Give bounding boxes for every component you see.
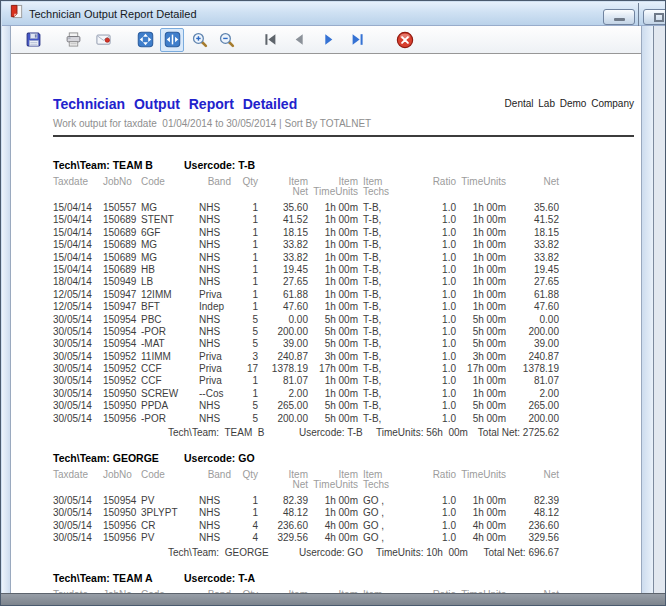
cell-code: STENT [141,214,199,226]
cell-net: 33.82 [506,252,559,264]
report-page: Technician Output Report Detailed Dental… [11,54,641,595]
cell-net: 265.00 [506,400,559,412]
section-heading: Tech\Team: TEAM BUsercode: T-B [53,159,634,172]
print-icon [65,31,82,48]
window-title: Technician Output Report Detailed [29,8,197,20]
cell-qty: 1 [231,301,258,313]
cell-item-timeunits: 1h 00m [308,388,358,400]
toolbar [11,26,641,54]
zoom-out-button[interactable] [214,28,238,52]
cell-net: 18.15 [506,227,559,239]
prev-page-button[interactable] [287,28,311,52]
cell-taxdate: 30/05/14 [53,375,103,387]
cell-taxdate: 15/04/14 [53,264,103,276]
cell-net: 236.60 [506,520,559,532]
column-header-timeunits: TimeUnits [456,470,506,490]
cell-qty: 3 [231,351,258,363]
cell-item-techs: T-B, [363,276,413,288]
cell-timeunits: 5h 00m [456,326,506,338]
cell-code: HB [141,264,199,276]
column-headers: TaxdateJobNoCodeBandQtyItemNetItemTimeUn… [53,470,559,490]
cell-item-techs: T-B, [363,351,413,363]
cell-band: NHS [199,507,231,519]
email-button[interactable] [91,28,115,52]
report-section: Tech\Team: TEAM AUsercode: T-ATaxdateJob… [53,572,634,595]
cell-band: Priva [199,375,231,387]
cell-band: NHS [199,400,231,412]
close-button[interactable] [393,28,417,52]
cell-band: Priva [199,351,231,363]
cell-qty: 4 [231,532,258,544]
save-button[interactable] [21,28,45,52]
cell-code: CCF [141,375,199,387]
cell-timeunits: 1h 00m [456,375,506,387]
column-header-jobno: JobNo [103,177,141,197]
cell-item-net: 265.00 [258,400,308,412]
cell-code: LB [141,276,199,288]
cell-jobno: 150954 [103,495,141,507]
cell-taxdate: 30/05/14 [53,314,103,326]
cell-item-timeunits: 1h 00m [308,495,358,507]
table-row: 30/05/141509503PLYPTNHS148.121h 00mGO ,1… [53,507,559,519]
summary-team: Tech\Team: TEAM B [168,427,265,439]
zoom-in-icon [191,31,208,48]
summary-total-net: Total Net: 696.67 [483,547,559,559]
cell-ratio: 1.0 [413,264,456,276]
window-frame-bottom [1,593,665,605]
zoom-in-button[interactable] [187,28,211,52]
maximize-button[interactable] [643,9,666,25]
cell-code: BFT [141,301,199,313]
cell-jobno: 150947 [103,289,141,301]
cell-qty: 1 [231,252,258,264]
prev-page-icon [291,31,308,48]
summary-total-net: Total Net: 2725.62 [478,427,559,439]
cell-band: Priva [199,363,231,375]
minimize-button[interactable] [603,9,635,25]
cell-taxdate: 30/05/14 [53,507,103,519]
cell-timeunits: 4h 00m [456,532,506,544]
cell-taxdate: 30/05/14 [53,388,103,400]
table-row: 30/05/14150956-PORNHS5200.005h 00mT-B,1.… [53,413,559,425]
last-page-button[interactable] [345,28,369,52]
summary-timeunits: TimeUnits: 56h 00m [376,427,468,439]
cell-net: 82.39 [506,495,559,507]
fit-page-button[interactable] [133,28,157,52]
table-row: 30/05/14150954-PORNHS5200.005h 00mT-B,1.… [53,326,559,338]
cell-band: NHS [199,495,231,507]
cell-ratio: 1.0 [413,532,456,544]
cell-item-net: 236.60 [258,520,308,532]
fit-width-button[interactable] [160,28,184,52]
save-icon [25,31,42,48]
summary-timeunits: TimeUnits: 10h 00m [376,547,468,559]
cell-item-net: 0.00 [258,314,308,326]
table-row: 15/04/14150689STENTNHS141.521h 00mT-B,1.… [53,214,559,226]
fit-width-icon [164,31,181,48]
cell-net: 27.65 [506,276,559,288]
cell-code: PV [141,532,199,544]
summary-team: Tech\Team: GEORGE [168,547,269,559]
next-page-button[interactable] [316,28,340,52]
cell-item-techs: T-B, [363,314,413,326]
column-headers: TaxdateJobNoCodeBandQtyItemNetItemTimeUn… [53,177,559,197]
cell-item-techs: GO , [363,532,413,544]
section-team: Tech\Team: TEAM A [53,572,184,585]
cell-code: PV [141,495,199,507]
first-page-button[interactable] [258,28,282,52]
cell-item-techs: T-B, [363,375,413,387]
cell-item-techs: T-B, [363,202,413,214]
cell-item-net: 33.82 [258,252,308,264]
cell-timeunits: 5h 00m [456,338,506,350]
cell-item-timeunits: 17h 00m [308,363,358,375]
window-frame-right [641,26,653,593]
cell-timeunits: 3h 00m [456,351,506,363]
cell-timeunits: 1h 00m [456,289,506,301]
cell-band: --Cos [199,388,231,400]
section-usercode: Usercode: GO [184,452,255,464]
cell-taxdate: 12/05/14 [53,301,103,313]
print-button[interactable] [61,28,85,52]
table-row: 30/05/14150956PVNHS4329.564h 00mGO ,1.04… [53,532,559,544]
cell-taxdate: 15/04/14 [53,202,103,214]
cell-timeunits: 1h 00m [456,252,506,264]
cell-item-timeunits: 1h 00m [308,276,358,288]
table-row: 30/05/14150952CCFPriva171378.1917h 00mT-… [53,363,559,375]
